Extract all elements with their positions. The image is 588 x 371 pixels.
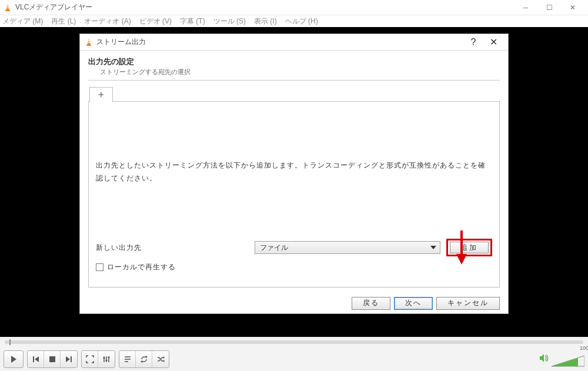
maximize-button[interactable]: ☐: [537, 0, 561, 15]
chevron-down-icon: [430, 243, 436, 253]
add-destination-button[interactable]: 追加: [450, 242, 489, 253]
panel-instruction-text: 出力先としたいストリーミング方法を以下から追加します。トランスコーディングと形式…: [96, 159, 492, 185]
seek-position-handle[interactable]: [9, 339, 11, 345]
svg-marker-28: [163, 356, 165, 359]
svg-rect-5: [86, 45, 91, 46]
svg-rect-12: [33, 356, 34, 362]
minimize-button[interactable]: ─: [514, 0, 537, 15]
fullscreen-button[interactable]: [82, 351, 98, 367]
local-playback-checkbox[interactable]: [96, 263, 103, 271]
menu-playback[interactable]: 再生 (L): [51, 16, 76, 26]
menu-help[interactable]: ヘルプ (H): [285, 16, 318, 26]
destination-type-value: ファイル: [260, 243, 288, 253]
stream-output-dialog: ストリーム出力 ? ✕ 出力先の設定 ストリーミングする宛先の選択 + 出力先と…: [79, 34, 509, 314]
controls-row: 100%: [0, 347, 588, 371]
menu-audio[interactable]: オーディオ (A): [84, 16, 131, 26]
cancel-button[interactable]: キャンセル: [436, 297, 500, 310]
seek-track: [5, 340, 583, 344]
next-button[interactable]: 次へ: [394, 297, 433, 310]
new-destination-label: 新しい出力先: [96, 243, 249, 253]
sliders-icon: [102, 355, 111, 363]
dialog-close-button[interactable]: ✕: [483, 34, 503, 51]
add-button-highlight: 追加: [446, 239, 492, 256]
svg-marker-27: [141, 360, 142, 363]
player-controls: 100%: [0, 337, 588, 371]
svg-rect-6: [88, 40, 90, 41]
svg-marker-4: [87, 39, 91, 45]
shuffle-button[interactable]: [152, 351, 169, 367]
destination-tabbar: +: [88, 86, 500, 102]
play-button[interactable]: [4, 350, 24, 368]
svg-rect-22: [108, 357, 110, 358]
playlist-icon: [123, 355, 132, 363]
svg-rect-7: [88, 42, 91, 42]
dialog-titlebar: ストリーム出力 ? ✕: [80, 34, 508, 51]
local-playback-row: ローカルで再生する: [96, 262, 492, 272]
plus-icon: +: [98, 89, 103, 100]
seek-bar[interactable]: [0, 337, 588, 347]
menu-tools[interactable]: ツール (S): [213, 16, 246, 26]
playlist-group: [119, 350, 169, 368]
svg-rect-3: [6, 7, 9, 8]
skip-next-icon: [65, 355, 73, 363]
svg-rect-2: [6, 5, 9, 6]
vlc-cone-icon: [85, 38, 93, 46]
svg-marker-26: [146, 356, 148, 358]
loop-button[interactable]: [136, 351, 152, 367]
dialog-title: ストリーム出力: [96, 37, 146, 47]
svg-marker-30: [540, 354, 544, 362]
divider: [88, 80, 500, 81]
close-button[interactable]: ✕: [561, 0, 584, 15]
svg-rect-16: [71, 356, 72, 362]
play-icon: [9, 355, 18, 363]
volume-control: 100%: [539, 350, 584, 369]
svg-rect-21: [106, 360, 108, 361]
svg-marker-8: [430, 246, 436, 249]
svg-marker-13: [35, 356, 39, 362]
fullscreen-icon: [86, 355, 94, 363]
next-button[interactable]: [61, 351, 77, 367]
menu-media[interactable]: メディア (M): [2, 16, 43, 26]
playback-group: [27, 350, 78, 368]
local-playback-label: ローカルで再生する: [107, 262, 176, 272]
dialog-subtitle: ストリーミングする宛先の選択: [100, 68, 500, 76]
menu-bar: メディア (M) 再生 (L) オーディオ (A) ビデオ (V) 字幕 (T)…: [0, 15, 588, 27]
dialog-body: 出力先の設定 ストリーミングする宛先の選択 + 出力先としたいストリーミング方法…: [80, 51, 508, 292]
loop-icon: [140, 355, 148, 363]
playlist-button[interactable]: [119, 351, 136, 367]
video-area: ストリーム出力 ? ✕ 出力先の設定 ストリーミングする宛先の選択 + 出力先と…: [0, 27, 588, 337]
view-group: [81, 350, 115, 368]
speaker-icon[interactable]: [539, 353, 549, 366]
skip-previous-icon: [32, 355, 40, 363]
svg-rect-1: [5, 10, 10, 11]
shuffle-icon: [156, 355, 165, 363]
new-destination-row: 新しい出力先 ファイル 追加: [96, 239, 492, 256]
menu-video[interactable]: ビデオ (V): [139, 16, 172, 26]
previous-button[interactable]: [28, 351, 44, 367]
svg-rect-20: [103, 357, 105, 359]
svg-marker-15: [66, 356, 70, 362]
stop-icon: [49, 356, 56, 363]
destination-type-select[interactable]: ファイル: [255, 241, 440, 254]
svg-marker-11: [11, 356, 16, 363]
volume-percent: 100%: [580, 345, 588, 351]
dialog-footer: 戻る 次へ キャンセル: [80, 292, 508, 313]
dialog-help-button[interactable]: ?: [463, 34, 483, 51]
menu-view[interactable]: 表示 (I): [254, 16, 277, 26]
extended-settings-button[interactable]: [98, 351, 115, 367]
main-window-title: VLCメディアプレイヤー: [15, 2, 92, 12]
svg-marker-0: [6, 4, 9, 10]
back-button[interactable]: 戻る: [352, 297, 390, 310]
svg-marker-29: [163, 360, 165, 362]
main-window-titlebar: VLCメディアプレイヤー ─ ☐ ✕: [0, 0, 588, 15]
destination-panel: 出力先としたいストリーミング方法を以下から追加します。トランスコーディングと形式…: [88, 102, 500, 288]
stop-button[interactable]: [44, 351, 61, 367]
svg-rect-14: [49, 356, 55, 362]
vlc-cone-icon: [4, 4, 12, 12]
volume-slider[interactable]: [552, 356, 584, 367]
menu-subtitles[interactable]: 字幕 (T): [180, 16, 205, 26]
add-tab-button[interactable]: +: [89, 87, 113, 102]
dialog-heading: 出力先の設定: [88, 56, 500, 67]
